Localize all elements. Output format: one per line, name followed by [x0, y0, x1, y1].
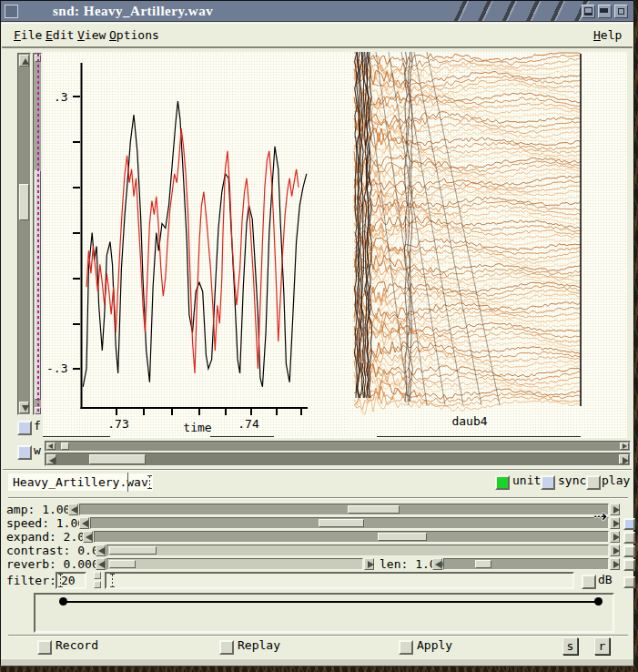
hzoom-right-button[interactable] — [620, 443, 629, 450]
apply-checkbox[interactable] — [399, 640, 413, 655]
window-menu-button[interactable] — [5, 5, 18, 18]
speed-decrease-button[interactable] — [79, 517, 89, 529]
x-axis-title: time — [183, 422, 211, 434]
save-button[interactable]: s — [562, 637, 578, 655]
iconify-button[interactable] — [582, 5, 595, 18]
menu-help[interactable]: Help — [593, 27, 622, 43]
amp-slider-thumb[interactable] — [348, 505, 400, 514]
speed-slider[interactable] — [90, 517, 609, 529]
db-checkbox[interactable] — [582, 575, 596, 589]
unite-checkbox[interactable] — [495, 475, 510, 490]
vertical-scroll-down-button[interactable] — [19, 402, 29, 413]
amp-decrease-button[interactable] — [68, 504, 78, 515]
left-arrow-icon — [98, 547, 105, 555]
right-arrow-icon — [613, 561, 620, 568]
speed-increase-button[interactable] — [610, 517, 620, 529]
desktop-background: snd: Heavy_Artillery.wav File Edit View … — [0, 0, 638, 672]
maximize-button[interactable] — [598, 5, 612, 18]
filter-envelope-input[interactable] — [105, 572, 574, 589]
amp-slider[interactable] — [79, 504, 609, 515]
filter-order-down-button[interactable] — [94, 581, 101, 588]
record-label: Record — [56, 638, 98, 653]
graph-pane[interactable]: .3 -.3 .73 .74 time daub4 — [43, 52, 627, 438]
reverb-slider[interactable] — [106, 558, 363, 570]
right-arrow-icon — [368, 561, 374, 568]
envelope-line — [63, 601, 600, 603]
bottom-separator — [8, 635, 628, 636]
restore-button[interactable]: r — [594, 637, 610, 655]
menu-view[interactable]: View — [77, 27, 106, 43]
envelope-point-right[interactable] — [594, 597, 603, 606]
menu-file[interactable]: File — [14, 27, 42, 43]
horizontal-scrollbar[interactable] — [45, 453, 631, 466]
contrast-decrease-button[interactable] — [96, 545, 106, 556]
play-checkbox[interactable] — [586, 475, 601, 490]
amp-label: amp: 1.00 — [6, 504, 65, 516]
horizontal-zoom-slider[interactable] — [45, 441, 631, 452]
reverb-label: reverb: 0.0000 — [6, 558, 94, 571]
speed-slider-thumb[interactable] — [319, 519, 364, 527]
hzoom-left-button[interactable] — [46, 443, 56, 450]
left-arrow-icon — [48, 443, 53, 449]
speed-extend-button[interactable] — [623, 518, 635, 530]
len-increase-button[interactable] — [610, 558, 620, 570]
hscroll-right-button[interactable] — [619, 454, 629, 464]
envelope-point-left[interactable] — [59, 597, 67, 606]
vertical-scrollbar[interactable] — [17, 53, 31, 415]
right-arrow-icon — [623, 457, 629, 464]
filename-tab[interactable]: Heavy_Artillery.wav — [8, 473, 153, 491]
hzoom-thumb[interactable] — [61, 443, 69, 450]
vertical-scrollbar-thumb[interactable] — [19, 184, 29, 220]
db-label: dB — [598, 573, 613, 587]
f-checkbox[interactable] — [17, 421, 32, 435]
expand-decrease-button[interactable] — [83, 531, 93, 543]
pane-separator[interactable] — [3, 469, 632, 471]
left-arrow-icon — [71, 506, 77, 514]
vertical-scroll-up-button[interactable] — [19, 55, 29, 66]
replay-checkbox[interactable] — [219, 640, 234, 655]
hscroll-thumb[interactable] — [89, 454, 146, 464]
expand-slider[interactable] — [94, 531, 609, 543]
left-arrow-icon — [98, 561, 105, 568]
vertical-zoom-slider[interactable] — [33, 53, 42, 415]
mouse-cursor-resize-icon: ⇢ — [593, 508, 607, 524]
menu-options[interactable]: Options — [109, 27, 159, 43]
w-checkbox[interactable] — [17, 445, 32, 460]
window-options-button[interactable] — [614, 5, 628, 18]
reverb-decrease-button[interactable] — [96, 558, 106, 570]
filter-label: filter: — [6, 575, 52, 587]
x-tick-label-74: .74 — [238, 418, 258, 431]
reverb-row: reverb: 0.0000 len: 1.00 — [1, 557, 635, 571]
titlebar-decoration — [454, 1, 591, 21]
contrast-increase-button[interactable] — [610, 545, 620, 556]
expand-slider-thumb[interactable] — [378, 533, 427, 541]
reverb-increase-button[interactable] — [364, 558, 374, 570]
wavelet-label: daub4 — [451, 415, 487, 428]
filter-order-up-button[interactable] — [94, 572, 101, 579]
left-arrow-icon — [435, 561, 441, 568]
titlebar[interactable]: snd: Heavy_Artillery.wav — [1, 1, 633, 22]
expand-increase-button[interactable] — [610, 531, 620, 543]
hscroll-left-button[interactable] — [46, 454, 56, 464]
reverb-extend-button[interactable] — [623, 559, 635, 571]
sync-checkbox[interactable] — [541, 475, 555, 490]
titlebar-buttons — [582, 5, 628, 18]
expand-extend-button[interactable] — [623, 532, 635, 544]
reverb-slider-thumb[interactable] — [109, 560, 136, 568]
filter-envelope-editor[interactable] — [34, 593, 614, 633]
w-label: w — [34, 443, 41, 458]
contrast-slider[interactable] — [106, 545, 609, 556]
contrast-extend-button[interactable] — [623, 545, 635, 557]
menubar: File Edit View Options Help — [2, 23, 633, 48]
filter-extend-button[interactable] — [623, 576, 635, 588]
len-decrease-button[interactable] — [432, 558, 442, 570]
len-slider[interactable] — [443, 558, 609, 570]
controls-separator — [8, 497, 628, 499]
speed-label: speed: 1.00 — [6, 517, 77, 530]
menu-edit[interactable]: Edit — [46, 27, 74, 43]
contrast-slider-thumb[interactable] — [109, 546, 157, 555]
len-slider-thumb[interactable] — [475, 560, 491, 568]
record-checkbox[interactable] — [37, 640, 52, 655]
expand-label: expand: 2.08 — [6, 531, 81, 544]
amp-increase-button[interactable] — [610, 504, 620, 515]
